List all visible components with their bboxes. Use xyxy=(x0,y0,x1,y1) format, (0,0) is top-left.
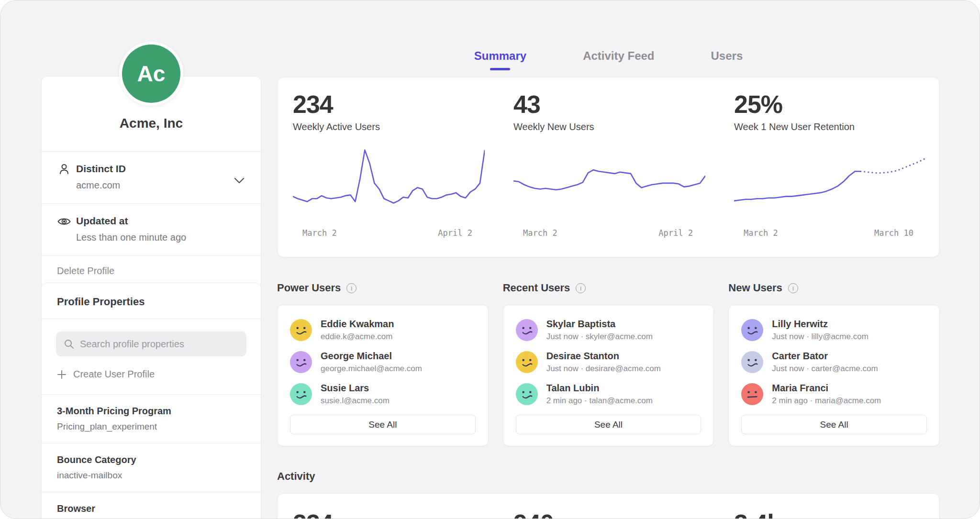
info-icon[interactable] xyxy=(788,283,798,293)
avatar xyxy=(290,319,312,341)
x-axis-labels: March 2 April 2 xyxy=(293,226,485,238)
user-subtext: Just now · lilly@acme.com xyxy=(772,332,868,342)
active-tab-underline xyxy=(490,68,510,70)
user-name: Skylar Baptista xyxy=(546,319,653,330)
user-subtext: 2 min ago · talan@acme.com xyxy=(546,396,653,406)
section-title: New Users xyxy=(728,282,782,294)
see-all-button[interactable]: See All xyxy=(290,415,476,434)
property-row: Bounce Category inactive-mailbox xyxy=(42,443,261,492)
list-item[interactable]: George Michael george.michael@acme.com xyxy=(290,351,476,374)
x-tick: March 2 xyxy=(523,228,557,238)
user-name: Maria Franci xyxy=(772,383,881,394)
avatar xyxy=(516,383,538,405)
field-body: Updated at Less than one minute ago xyxy=(76,215,186,243)
stat-label: Weekly New Users xyxy=(513,121,705,133)
user-name: Talan Lubin xyxy=(546,383,653,394)
power-users-card: Eddie Kwakman eddie.k@acme.com George Mi… xyxy=(277,305,489,446)
list-item[interactable]: Eddie Kwakman eddie.k@acme.com xyxy=(290,319,476,342)
x-tick: April 2 xyxy=(658,228,693,238)
section-header: Recent Users xyxy=(503,280,714,296)
search-input[interactable] xyxy=(80,339,239,350)
face-icon xyxy=(516,383,538,405)
power-users-section: Power Users Eddie Kwakman eddie.k@acme.c… xyxy=(277,280,489,446)
field-value: Less than one minute ago xyxy=(76,232,186,243)
property-row: 3-Month Pricing Program Pricing_plan_exp… xyxy=(42,395,261,443)
stat-weekly-active-users: 234 Weekly Active Users March 2 April 2 xyxy=(278,77,498,257)
weekly-active-users-chart xyxy=(293,145,485,226)
tab-label: Activity Feed xyxy=(583,49,654,62)
recent-users-section: Recent Users Skylar Baptista Just now · … xyxy=(503,280,714,446)
avatar xyxy=(741,383,763,405)
avatar xyxy=(516,319,538,341)
section-header: Power Users xyxy=(277,280,489,296)
create-user-profile-label: Create User Profile xyxy=(73,369,155,380)
field-updated-at: Updated at Less than one minute ago xyxy=(42,204,261,255)
user-text: Desirae Stanton Just now · desirare@acme… xyxy=(546,351,661,374)
user-text: Eddie Kwakman eddie.k@acme.com xyxy=(321,319,394,342)
profile-avatar-circle: Ac xyxy=(122,44,180,103)
stat-week1-retention: 25% Week 1 New User Retention March 2 Ma… xyxy=(719,77,939,257)
user-text: Carter Bator Just now · carter@acme.com xyxy=(772,351,878,374)
stat-value: 234 xyxy=(293,91,485,118)
list-item[interactable]: Carter Bator Just now · carter@acme.com xyxy=(741,351,927,374)
activity-stat-value: 3.4k xyxy=(734,510,926,519)
info-icon[interactable] xyxy=(576,283,586,293)
stat-weekly-new-users: 43 Weekly New Users March 2 April 2 xyxy=(498,77,719,257)
see-all-button[interactable]: See All xyxy=(516,415,702,434)
profile-summary-card: Acme, Inc Distinct ID acme.com xyxy=(41,76,261,288)
tab-activity-feed[interactable]: Activity Feed xyxy=(583,49,654,70)
person-icon xyxy=(57,162,71,177)
recent-users-card: Skylar Baptista Just now · skyler@acme.c… xyxy=(503,305,714,446)
field-body: Distinct ID acme.com xyxy=(76,163,126,191)
list-item[interactable]: Maria Franci 2 min ago · maria@acme.com xyxy=(741,383,927,406)
face-icon xyxy=(516,319,538,341)
property-name: Bounce Category xyxy=(57,454,245,465)
user-name: George Michael xyxy=(321,351,422,362)
section-title: Power Users xyxy=(277,282,341,294)
field-label: Distinct ID xyxy=(76,163,126,175)
create-user-profile-button[interactable]: Create User Profile xyxy=(57,369,245,380)
list-item[interactable]: Talan Lubin 2 min ago · talan@acme.com xyxy=(516,383,702,406)
list-item[interactable]: Lilly Herwitz Just now · lilly@acme.com xyxy=(741,319,927,342)
activity-stat: 3.4k xyxy=(719,494,939,519)
list-item[interactable]: Skylar Baptista Just now · skyler@acme.c… xyxy=(516,319,702,342)
x-tick: April 2 xyxy=(438,228,472,238)
info-icon[interactable] xyxy=(346,283,356,293)
tab-summary[interactable]: Summary xyxy=(474,49,526,70)
x-axis-labels: March 2 April 2 xyxy=(513,226,705,238)
property-name: Browser xyxy=(57,503,245,514)
user-subtext: george.michael@acme.com xyxy=(321,364,422,374)
avatar xyxy=(290,383,312,405)
app-window: Ac Acme, Inc Distinct ID acme.com xyxy=(0,0,980,519)
weekly-new-users-chart xyxy=(513,145,705,226)
search-wrap xyxy=(42,319,261,356)
section-header: New Users xyxy=(728,280,940,296)
stat-value: 43 xyxy=(513,91,705,118)
list-item[interactable]: Susie Lars susie.l@acme.com xyxy=(290,383,476,406)
new-users-section: New Users Lilly Herwitz Just now · lilly… xyxy=(728,280,940,446)
tab-users[interactable]: Users xyxy=(711,49,743,70)
field-value: acme.com xyxy=(76,180,126,191)
avatar xyxy=(741,319,763,341)
user-text: Lilly Herwitz Just now · lilly@acme.com xyxy=(772,319,868,342)
user-text: Maria Franci 2 min ago · maria@acme.com xyxy=(772,383,881,406)
face-icon xyxy=(741,351,763,373)
avatar xyxy=(741,351,763,373)
activity-stat-value: 940 xyxy=(513,510,705,519)
face-icon xyxy=(516,351,538,373)
profile-properties-title: Profile Properties xyxy=(42,283,261,319)
property-row: Browser Chrome xyxy=(42,492,261,519)
user-subtext: Just now · skyler@acme.com xyxy=(546,332,653,342)
x-tick: March 2 xyxy=(302,228,337,238)
see-all-button[interactable]: See All xyxy=(741,415,927,434)
section-title: Recent Users xyxy=(503,282,570,294)
search-box[interactable] xyxy=(56,331,246,356)
property-value: Pricing_plan_experiment xyxy=(57,421,245,432)
tab-label: Users xyxy=(711,49,743,62)
list-item[interactable]: Desirae Stanton Just now · desirare@acme… xyxy=(516,351,702,374)
chevron-down-icon[interactable] xyxy=(234,177,245,184)
eye-icon xyxy=(57,214,71,229)
new-users-card: Lilly Herwitz Just now · lilly@acme.com … xyxy=(728,305,940,446)
activity-stat-value: 234 xyxy=(293,510,485,519)
field-distinct-id[interactable]: Distinct ID acme.com xyxy=(42,152,261,203)
